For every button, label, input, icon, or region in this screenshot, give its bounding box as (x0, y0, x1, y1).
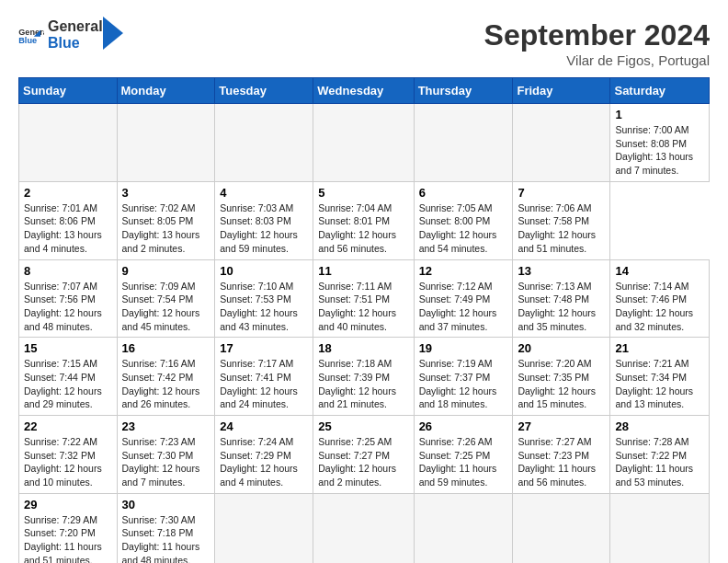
day-cell-23: 23Sunrise: 7:23 AMSunset: 7:30 PMDayligh… (117, 416, 215, 494)
day-cell-4: 4Sunrise: 7:03 AMSunset: 8:03 PMDaylight… (215, 181, 313, 259)
month-year-title: September 2024 (484, 18, 710, 52)
day-info: Sunrise: 7:11 AMSunset: 7:51 PMDaylight:… (318, 281, 396, 332)
logo-blue-text: Blue (48, 35, 103, 52)
day-number: 18 (318, 341, 408, 355)
day-number: 24 (220, 419, 308, 433)
day-cell-21: 21Sunrise: 7:21 AMSunset: 7:34 PMDayligh… (610, 338, 710, 416)
day-cell-19: 19Sunrise: 7:19 AMSunset: 7:37 PMDayligh… (414, 338, 513, 416)
day-info: Sunrise: 7:22 AMSunset: 7:32 PMDaylight:… (24, 436, 102, 488)
day-number: 8 (24, 264, 112, 278)
empty-cell (513, 493, 610, 563)
day-number: 9 (122, 264, 210, 278)
empty-cell (414, 493, 513, 563)
day-number: 2 (24, 186, 112, 200)
week-row-1: 1Sunrise: 7:00 AMSunset: 8:08 PMDaylight… (19, 104, 710, 182)
header-day-thursday: Thursday (414, 78, 513, 104)
day-cell-9: 9Sunrise: 7:09 AMSunset: 7:54 PMDaylight… (117, 259, 215, 338)
day-info: Sunrise: 7:19 AMSunset: 7:37 PMDaylight:… (419, 358, 497, 409)
day-number: 21 (615, 341, 704, 355)
day-info: Sunrise: 7:01 AMSunset: 8:06 PMDaylight:… (24, 202, 102, 254)
day-number: 20 (518, 341, 605, 355)
day-number: 1 (615, 108, 704, 121)
day-number: 26 (419, 419, 508, 433)
empty-cell (513, 104, 610, 182)
day-cell-27: 27Sunrise: 7:27 AMSunset: 7:23 PMDayligh… (513, 416, 610, 494)
day-cell-1: 1Sunrise: 7:00 AMSunset: 8:08 PMDaylight… (610, 104, 710, 182)
svg-text:Blue: Blue (18, 36, 37, 45)
day-info: Sunrise: 7:23 AMSunset: 7:30 PMDaylight:… (122, 436, 200, 488)
day-info: Sunrise: 7:15 AMSunset: 7:44 PMDaylight:… (24, 358, 102, 409)
day-number: 13 (518, 264, 605, 278)
day-cell-17: 17Sunrise: 7:17 AMSunset: 7:41 PMDayligh… (215, 338, 313, 416)
empty-cell (215, 493, 313, 563)
empty-cell (19, 104, 118, 182)
day-number: 16 (122, 341, 210, 355)
header-day-monday: Monday (117, 78, 215, 104)
day-info: Sunrise: 7:04 AMSunset: 8:01 PMDaylight:… (318, 202, 396, 254)
day-info: Sunrise: 7:28 AMSunset: 7:22 PMDaylight:… (615, 436, 693, 488)
day-number: 28 (615, 419, 704, 433)
day-number: 12 (419, 264, 508, 278)
empty-cell (610, 493, 710, 563)
day-cell-14: 14Sunrise: 7:14 AMSunset: 7:46 PMDayligh… (610, 259, 710, 338)
day-number: 5 (318, 186, 408, 200)
day-number: 19 (419, 341, 508, 355)
day-info: Sunrise: 7:10 AMSunset: 7:53 PMDaylight:… (220, 281, 298, 332)
day-info: Sunrise: 7:16 AMSunset: 7:42 PMDaylight:… (122, 358, 200, 409)
day-cell-11: 11Sunrise: 7:11 AMSunset: 7:51 PMDayligh… (313, 259, 414, 338)
day-cell-2: 2Sunrise: 7:01 AMSunset: 8:06 PMDaylight… (19, 181, 118, 259)
day-info: Sunrise: 7:03 AMSunset: 8:03 PMDaylight:… (220, 202, 298, 254)
day-number: 6 (419, 186, 508, 200)
day-cell-18: 18Sunrise: 7:18 AMSunset: 7:39 PMDayligh… (313, 338, 414, 416)
day-number: 4 (220, 186, 308, 200)
logo: General Blue General Blue (18, 18, 123, 51)
day-cell-5: 5Sunrise: 7:04 AMSunset: 8:01 PMDaylight… (313, 181, 414, 259)
day-number: 23 (122, 419, 210, 433)
empty-cell (215, 104, 313, 182)
day-info: Sunrise: 7:18 AMSunset: 7:39 PMDaylight:… (318, 358, 396, 409)
day-info: Sunrise: 7:12 AMSunset: 7:49 PMDaylight:… (419, 281, 497, 332)
empty-cell (313, 104, 414, 182)
day-info: Sunrise: 7:13 AMSunset: 7:48 PMDaylight:… (518, 281, 596, 332)
day-cell-30: 30Sunrise: 7:30 AMSunset: 7:18 PMDayligh… (117, 493, 215, 563)
header-day-tuesday: Tuesday (215, 78, 313, 104)
day-number: 3 (122, 186, 210, 200)
day-number: 14 (615, 264, 704, 278)
svg-marker-3 (103, 17, 123, 50)
day-number: 7 (518, 186, 605, 200)
day-info: Sunrise: 7:30 AMSunset: 7:18 PMDaylight:… (122, 514, 200, 563)
day-info: Sunrise: 7:27 AMSunset: 7:23 PMDaylight:… (518, 436, 596, 488)
logo-icon: General Blue (18, 25, 44, 45)
day-number: 27 (518, 419, 605, 433)
day-number: 22 (24, 419, 112, 433)
day-info: Sunrise: 7:20 AMSunset: 7:35 PMDaylight:… (518, 358, 596, 409)
day-info: Sunrise: 7:05 AMSunset: 8:00 PMDaylight:… (419, 202, 497, 254)
header-day-wednesday: Wednesday (313, 78, 414, 104)
day-cell-10: 10Sunrise: 7:10 AMSunset: 7:53 PMDayligh… (215, 259, 313, 338)
week-row-4: 15Sunrise: 7:15 AMSunset: 7:44 PMDayligh… (19, 338, 710, 416)
header-day-sunday: Sunday (19, 78, 118, 104)
day-number: 25 (318, 419, 408, 433)
day-info: Sunrise: 7:14 AMSunset: 7:46 PMDaylight:… (615, 281, 693, 332)
day-info: Sunrise: 7:17 AMSunset: 7:41 PMDaylight:… (220, 358, 298, 409)
logo-general-text: General (48, 18, 103, 35)
day-info: Sunrise: 7:29 AMSunset: 7:20 PMDaylight:… (24, 514, 102, 563)
title-block: September 2024 Vilar de Figos, Portugal (484, 18, 710, 68)
day-cell-6: 6Sunrise: 7:05 AMSunset: 8:00 PMDaylight… (414, 181, 513, 259)
empty-cell (414, 104, 513, 182)
page-header: General Blue General Blue September 2024… (18, 18, 710, 68)
day-cell-25: 25Sunrise: 7:25 AMSunset: 7:27 PMDayligh… (313, 416, 414, 494)
day-number: 29 (24, 498, 112, 511)
calendar-body: 1Sunrise: 7:00 AMSunset: 8:08 PMDaylight… (19, 104, 710, 564)
day-cell-20: 20Sunrise: 7:20 AMSunset: 7:35 PMDayligh… (513, 338, 610, 416)
day-info: Sunrise: 7:02 AMSunset: 8:05 PMDaylight:… (122, 202, 200, 254)
empty-cell (117, 104, 215, 182)
logo-triangle-icon (103, 17, 123, 50)
day-number: 15 (24, 341, 112, 355)
day-number: 30 (122, 498, 210, 511)
day-cell-8: 8Sunrise: 7:07 AMSunset: 7:56 PMDaylight… (19, 259, 118, 338)
day-info: Sunrise: 7:09 AMSunset: 7:54 PMDaylight:… (122, 281, 200, 332)
day-cell-13: 13Sunrise: 7:13 AMSunset: 7:48 PMDayligh… (513, 259, 610, 338)
day-info: Sunrise: 7:07 AMSunset: 7:56 PMDaylight:… (24, 281, 102, 332)
day-cell-29: 29Sunrise: 7:29 AMSunset: 7:20 PMDayligh… (19, 493, 118, 563)
